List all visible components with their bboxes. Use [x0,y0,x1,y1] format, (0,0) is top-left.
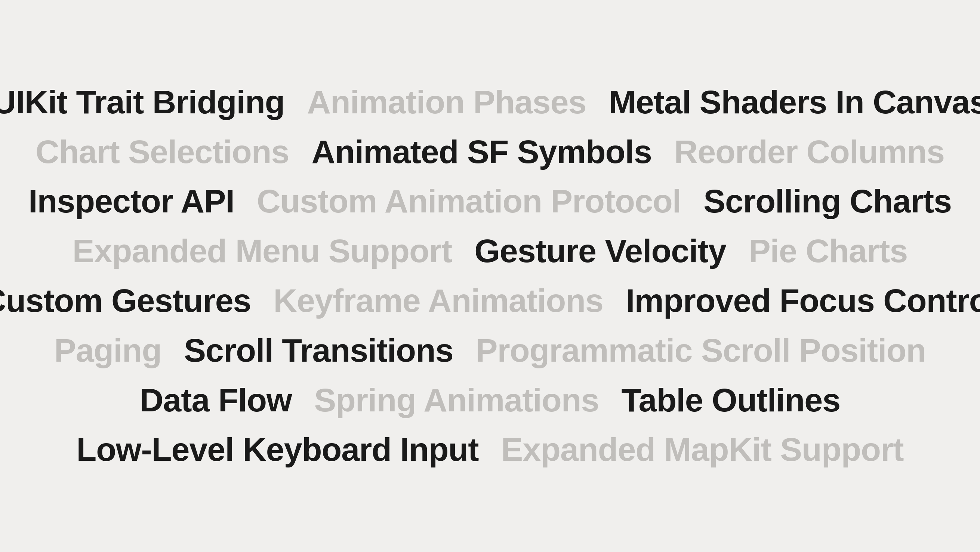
row-7: Low-Level Keyboard InputExpanded MapKit … [22,425,958,475]
word-1-1: Animated SF Symbols [312,134,652,170]
row-4: Custom GesturesKeyframe AnimationsImprov… [22,276,958,326]
word-5-2: Programmatic Scroll Position [476,332,926,369]
word-3-0: Expanded Menu Support [73,233,452,269]
word-2-0: Inspector API [29,183,234,220]
word-cloud: UIKit Trait BridgingAnimation PhasesMeta… [0,0,980,552]
word-7-1: Expanded MapKit Support [501,432,904,468]
word-1-2: Reorder Columns [674,134,945,170]
word-0-0: UIKit Trait Bridging [0,84,285,120]
word-4-2: Improved Focus Control [626,283,980,319]
word-4-0: Custom Gestures [0,283,251,319]
row-2: Inspector APICustom Animation ProtocolSc… [22,177,958,226]
word-1-0: Chart Selections [35,134,289,170]
word-6-2: Table Outlines [621,382,840,418]
word-3-2: Pie Charts [749,233,907,269]
word-2-2: Scrolling Charts [703,183,951,220]
word-6-1: Spring Animations [314,382,599,418]
row-0: UIKit Trait BridgingAnimation PhasesMeta… [22,77,958,127]
row-1: Chart SelectionsAnimated SF SymbolsReord… [22,127,958,177]
row-3: Expanded Menu SupportGesture VelocityPie… [22,226,958,276]
word-7-0: Low-Level Keyboard Input [76,432,479,468]
word-0-1: Animation Phases [307,84,586,120]
word-4-1: Keyframe Animations [274,283,603,319]
word-6-0: Data Flow [140,382,292,418]
word-5-1: Scroll Transitions [184,332,453,369]
word-0-2: Metal Shaders In Canvas [608,84,980,120]
word-3-1: Gesture Velocity [474,233,726,269]
word-5-0: Paging [54,332,161,369]
row-5: PagingScroll TransitionsProgrammatic Scr… [22,326,958,375]
row-6: Data FlowSpring AnimationsTable Outlines [22,375,958,425]
word-2-1: Custom Animation Protocol [257,183,681,220]
